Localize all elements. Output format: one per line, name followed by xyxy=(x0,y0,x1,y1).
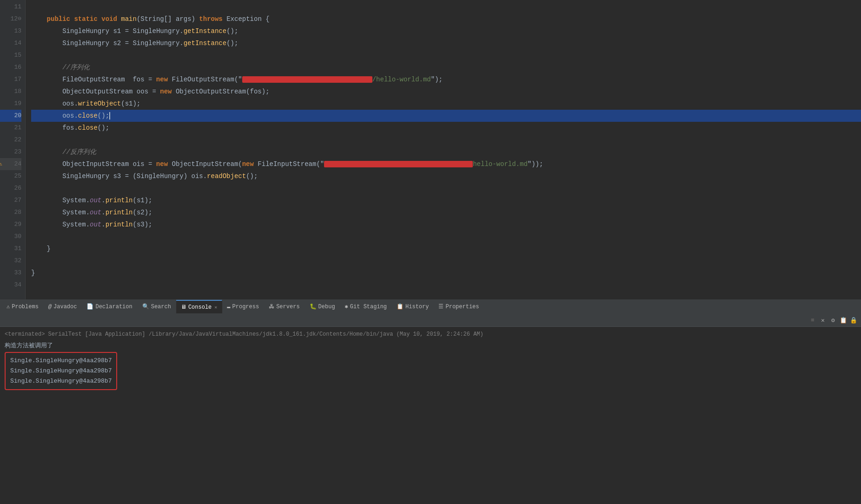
code-line-11 xyxy=(31,1,861,13)
tab-servers[interactable]: 🖧 Servers xyxy=(264,300,305,314)
line-num-18: 18 xyxy=(0,86,21,98)
line-numbers: 11 12⊖ 13 14 15 16 17 18 19 20 21 22 23 … xyxy=(0,0,26,299)
line-num-22: 22 xyxy=(0,134,21,146)
tab-debug-label: Debug xyxy=(318,304,335,310)
warning-icon: ⚠ xyxy=(0,158,2,170)
javadoc-icon: @ xyxy=(48,304,52,310)
console-terminated-text: <terminated> SerialTest [Java Applicatio… xyxy=(5,330,856,339)
tab-history[interactable]: 📋 History xyxy=(392,300,434,314)
code-line-16: //序列化 xyxy=(31,61,861,73)
servers-icon: 🖧 xyxy=(269,303,274,310)
line-num-19: 19 xyxy=(0,98,21,110)
tab-search-label: Search xyxy=(151,304,171,310)
tab-javadoc-label: Javadoc xyxy=(53,304,77,310)
code-editor: 11 12⊖ 13 14 15 16 17 18 19 20 21 22 23 … xyxy=(0,0,861,299)
line-num-30: 30 xyxy=(0,231,21,243)
code-line-28: System.out.println(s2); xyxy=(31,206,861,219)
properties-icon: ☰ xyxy=(438,303,444,310)
tab-declaration-label: Declaration xyxy=(95,304,132,310)
console-close-icon[interactable]: ✕ xyxy=(214,305,217,310)
tab-search[interactable]: 🔍 Search xyxy=(138,300,176,314)
console-toolbar: ■ ✕ ⚙ 📋 🔒 xyxy=(0,314,861,327)
stop-button[interactable]: ■ xyxy=(808,316,817,325)
console-output-box: Single.SingleHungry@4aa298b7 Single.Sing… xyxy=(5,352,117,390)
code-line-20: oos.close(); xyxy=(31,110,861,122)
code-line-17: FileOutputStream fos = new FileOutputStr… xyxy=(31,73,861,86)
clear-console-button[interactable]: ⚙ xyxy=(828,316,838,325)
line-num-20: 20 xyxy=(0,110,21,122)
progress-icon: ▬ xyxy=(227,304,230,310)
console-output-line-2: Single.SingleHungry@4aa298b7 xyxy=(10,366,112,376)
tab-servers-label: Servers xyxy=(276,304,299,310)
line-num-24: ⚠24 xyxy=(0,158,21,170)
line-num-17: 17 xyxy=(0,73,21,86)
pin-console-button[interactable]: 🔒 xyxy=(849,316,858,325)
code-line-26 xyxy=(31,182,861,194)
search-icon: 🔍 xyxy=(142,303,149,310)
line-num-34: 34 xyxy=(0,279,21,291)
code-line-27: System.out.println(s1); xyxy=(31,194,861,206)
line-num-32: 32 xyxy=(0,255,21,267)
line-num-14: 14 xyxy=(0,37,21,49)
tab-git-staging[interactable]: ✱ Git Staging xyxy=(340,300,392,314)
code-line-14: SingleHungry s2 = SingleHungry.getInstan… xyxy=(31,37,861,49)
code-line-25: SingleHungry s3 = (SingleHungry) ois.rea… xyxy=(31,170,861,182)
terminate-button[interactable]: ✕ xyxy=(818,316,828,325)
line-num-29: 29 xyxy=(0,219,21,231)
tab-console-label: Console xyxy=(188,304,212,311)
code-line-19: oos.writeObject(s1); xyxy=(31,98,861,110)
tab-properties-label: Properties xyxy=(445,304,479,310)
tab-git-label: Git Staging xyxy=(350,304,387,310)
line-num-21: 21 xyxy=(0,122,21,134)
code-line-24: ObjectInputStream ois = new ObjectInputS… xyxy=(31,158,861,170)
debug-icon: 🐛 xyxy=(310,303,317,310)
line-num-16: 16 xyxy=(0,61,21,73)
line-num-28: 28 xyxy=(0,206,21,219)
code-line-15 xyxy=(31,49,861,61)
code-line-32 xyxy=(31,255,861,267)
tab-progress[interactable]: ▬ Progress xyxy=(222,300,264,314)
code-line-34 xyxy=(31,279,861,291)
tab-properties[interactable]: ☰ Properties xyxy=(434,300,484,314)
tab-progress-label: Progress xyxy=(232,304,259,310)
history-icon: 📋 xyxy=(397,303,404,310)
code-line-31: } xyxy=(31,243,861,255)
code-line-18: ObjectOutputStream oos = new ObjectOutpu… xyxy=(31,86,861,98)
problems-icon: ⚠ xyxy=(7,303,10,310)
line-num-13: 13 xyxy=(0,25,21,37)
console-output[interactable]: <terminated> SerialTest [Java Applicatio… xyxy=(0,327,861,504)
line-num-12: 12⊖ xyxy=(0,13,21,25)
line-num-27: 27 xyxy=(0,194,21,206)
tab-debug[interactable]: 🐛 Debug xyxy=(305,300,340,314)
line-num-26: 26 xyxy=(0,182,21,194)
code-line-22 xyxy=(31,134,861,146)
code-line-29: System.out.println(s3); xyxy=(31,219,861,231)
code-line-33: } xyxy=(31,267,861,279)
scroll-lock-button[interactable]: 📋 xyxy=(839,316,848,325)
code-line-12: public static void main(String[] args) t… xyxy=(31,13,861,25)
code-line-30 xyxy=(31,231,861,243)
code-line-23: //反序列化 xyxy=(31,146,861,158)
console-output-line-1: Single.SingleHungry@4aa298b7 xyxy=(10,356,112,366)
console-chinese-text: 构造方法被调用了 xyxy=(5,341,856,350)
line-num-15: 15 xyxy=(0,49,21,61)
line-num-25: 25 xyxy=(0,170,21,182)
tab-history-label: History xyxy=(405,304,429,310)
declaration-icon: 📄 xyxy=(86,303,93,310)
code-line-21: fos.close(); xyxy=(31,122,861,134)
tab-problems[interactable]: ⚠ Problems xyxy=(2,300,44,314)
tab-problems-label: Problems xyxy=(12,304,39,310)
code-line-13: SingleHungry s1 = SingleHungry.getInstan… xyxy=(31,25,861,37)
line-num-11: 11 xyxy=(0,1,21,13)
console-output-line-3: Single.SingleHungry@4aa298b7 xyxy=(10,376,112,386)
line-num-23: 23 xyxy=(0,146,21,158)
tab-console[interactable]: 🖥 Console ✕ xyxy=(176,300,222,314)
git-icon: ✱ xyxy=(345,303,348,310)
tab-declaration[interactable]: 📄 Declaration xyxy=(82,300,137,314)
tab-javadoc[interactable]: @ Javadoc xyxy=(44,300,82,314)
code-content[interactable]: public static void main(String[] args) t… xyxy=(26,0,861,299)
tab-bar: ⚠ Problems @ Javadoc 📄 Declaration 🔍 Sea… xyxy=(0,300,861,314)
line-num-31: 31 xyxy=(0,243,21,255)
console-icon: 🖥 xyxy=(181,304,186,311)
line-num-33: 33 xyxy=(0,267,21,279)
